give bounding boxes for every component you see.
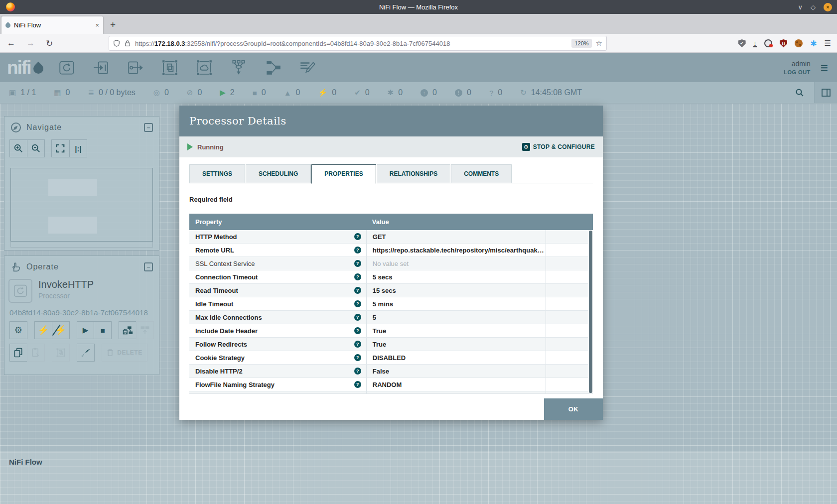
navigate-collapse-button[interactable]: – [144,123,153,132]
table-row: FlowFile Naming Strategy? RANDOM [189,378,593,391]
browser-tabbar: NiFi Flow × + [0,14,837,34]
disabled-icon: ⚡ [318,88,328,97]
help-icon[interactable]: ? [354,354,361,361]
ublock-extension-icon[interactable]: u [780,39,787,47]
help-icon[interactable]: ? [354,260,361,267]
dialog-header: Processor Details [179,106,603,136]
page-zoom-button[interactable]: 120% [571,39,591,48]
logout-link[interactable]: LOG OUT [784,69,811,75]
stop-button[interactable]: ■ [94,321,112,339]
stop-and-configure-button[interactable]: ⚙ STOP & CONFIGURE [522,143,595,151]
help-icon[interactable]: ? [354,300,361,307]
enable-button[interactable]: ⚡ [34,321,52,339]
search-icon[interactable] [795,88,804,97]
panel-icon [822,89,831,97]
browser-menu-icon[interactable]: ☰ [825,39,831,48]
colorful-extension-icon[interactable]: ✱ [810,39,817,48]
help-icon[interactable]: ? [354,341,361,348]
help-icon[interactable]: ? [354,233,361,240]
help-icon[interactable]: ? [354,381,361,388]
help-icon[interactable]: ? [354,287,361,294]
tab-relationships[interactable]: RELATIONSHIPS [377,164,450,183]
copy-button[interactable] [9,344,27,362]
connection-lock-icon[interactable] [124,40,131,47]
tracking-shield-icon[interactable] [113,40,120,47]
selected-component-id: 04b8fd14-80a9-30e2-8b1a-7cf067544018 [4,303,159,317]
window-shade-icon[interactable]: ∨ [798,3,803,11]
cookie-extension-icon[interactable] [795,39,803,47]
processor-chip-icon [8,279,32,303]
process-group-icon[interactable] [157,57,182,78]
window-maximize-icon[interactable]: ◇ [811,3,816,11]
ok-button[interactable]: OK [544,398,603,420]
label-icon[interactable] [295,57,320,78]
locally-modified-icon: ✱ [388,88,394,97]
window-close-button[interactable]: × [824,3,832,11]
help-icon[interactable]: ? [354,273,361,280]
tab-scheduling[interactable]: SCHEDULING [246,164,311,183]
table-row: HTTP Method? GET [189,230,593,244]
navigate-panel: Navigate – |:| [4,116,159,251]
new-tab-button[interactable]: + [110,19,116,30]
forward-button[interactable]: → [26,38,35,48]
table-row: Max Idle Connections? 5 [189,311,593,324]
browser-navbar: ← → ↻ https://172.18.0.3:32558/nifi/?pro… [0,34,837,53]
remote-process-group-icon[interactable] [192,57,217,78]
refresh-icon[interactable]: ↻ [520,88,527,97]
url-text[interactable]: https://172.18.0.3:32558/nifi/?processGr… [135,40,567,47]
tab-comments[interactable]: COMMENTS [451,164,512,183]
url-bar[interactable]: https://172.18.0.3:32558/nifi/?processGr… [109,36,607,51]
breadcrumb[interactable]: NiFi Flow [0,451,837,466]
help-icon[interactable]: ? [354,314,361,321]
fill-color-button[interactable] [77,344,95,362]
disable-button[interactable]: ⚡ [52,321,70,339]
operate-collapse-button[interactable]: – [144,262,153,271]
modified-stale-icon: ! [455,89,462,97]
tab-properties[interactable]: PROPERTIES [311,164,376,184]
configure-button[interactable]: ⚙ [9,321,27,339]
template-icon[interactable] [261,57,285,78]
zoom-out-button[interactable] [27,139,45,157]
status-not-transmitting: ⊘0 [187,88,202,97]
minimap-processor [48,179,97,196]
create-template-button[interactable] [119,321,137,339]
required-field-note: Required field [189,196,593,203]
group-button[interactable] [52,344,70,362]
compass-icon [10,122,21,133]
panel-toggle-button[interactable] [814,82,837,103]
pocket-shield-icon[interactable]: ✔ [738,39,746,47]
downloads-icon[interactable]: ↓ [753,40,757,47]
zoom-fit-button[interactable] [51,139,69,157]
funnel-icon[interactable] [226,57,251,78]
tab-close-icon[interactable]: × [95,21,99,29]
zoom-in-button[interactable] [9,139,27,157]
birdseye-minimap[interactable] [10,168,153,242]
table-scrollbar[interactable] [588,230,593,393]
not-transmitting-icon: ⊘ [187,88,193,97]
paste-button[interactable] [27,344,45,362]
tab-title: NiFi Flow [14,21,92,29]
delete-button[interactable]: DELETE [102,344,147,362]
back-button[interactable]: ← [7,38,15,48]
browser-tab[interactable]: NiFi Flow × [1,16,103,34]
scrollbar-thumb[interactable] [589,231,592,393]
hand-icon [10,261,21,272]
help-icon[interactable]: ? [354,327,361,334]
tab-settings[interactable]: SETTINGS [189,164,245,183]
table-row: Follow Redirects? True [189,338,593,351]
upload-template-button[interactable] [136,321,154,339]
containers-extension-icon[interactable] [764,39,772,47]
help-icon[interactable]: ? [354,368,361,375]
input-port-icon[interactable] [89,57,114,78]
zoom-actual-size-button[interactable]: |:| [69,139,87,157]
nifi-logo: nifi [7,57,43,78]
start-button[interactable]: ▶ [77,321,95,339]
reload-button[interactable]: ↻ [46,38,53,49]
status-refresh: ↻14:45:08 GMT [520,88,582,97]
sync-failure-icon: ? [489,89,493,97]
bookmark-star-icon[interactable]: ☆ [596,39,602,48]
help-icon[interactable]: ? [354,247,361,253]
global-menu-icon[interactable]: ≡ [821,63,828,73]
processor-icon[interactable] [54,57,79,78]
output-port-icon[interactable] [123,57,148,78]
